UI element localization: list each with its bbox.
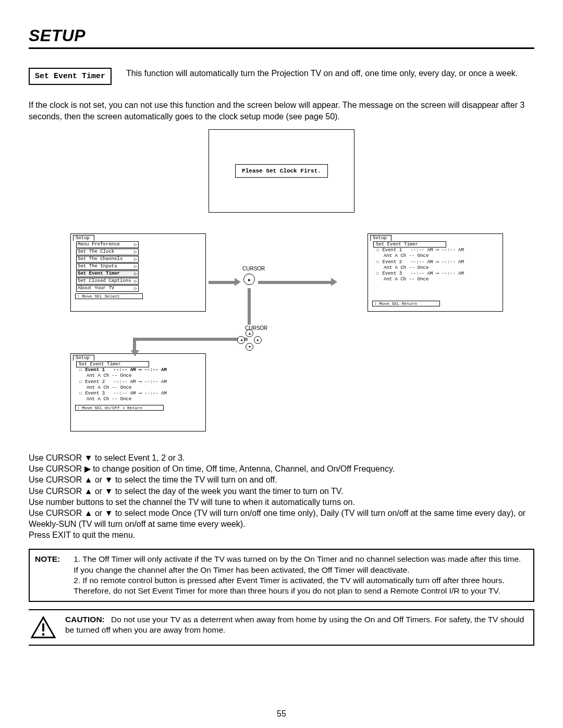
clock-warning-screen: Please Set Clock First. xyxy=(209,129,354,213)
instruction-line: Press EXIT to quit the menu. xyxy=(29,529,534,540)
setup-menu-screen: Setup Menu Preference▷Set The Clock▷Set … xyxy=(70,233,206,312)
menu-footer-hint: ↕ Move SEL On/Off ◂ Return xyxy=(75,405,164,411)
event-row: ☐Event 3--:-- AM ⟶ --:-- AM xyxy=(79,391,203,397)
clock-warning-message: Please Set Clock First. xyxy=(235,164,328,178)
instruction-line: Use number buttons to set the channel th… xyxy=(29,497,534,508)
instruction-line: Use CURSOR ▲ or ▼ to select mode Once (T… xyxy=(29,508,534,529)
event-subrow: Ant A Ch -- Once xyxy=(384,265,500,271)
menu-item: Set Event Timer▷ xyxy=(76,270,139,277)
event-subrow: Ant A Ch -- Once xyxy=(384,253,500,259)
note-label: NOTE: xyxy=(35,554,71,564)
caution-label: CAUTION: xyxy=(65,614,105,625)
tab-setup: Setup xyxy=(73,235,94,241)
subtab-set-event-timer: Set Event Timer xyxy=(76,361,149,367)
arrow-corner-icon xyxy=(133,338,248,350)
menu-item: Menu Preference▷ xyxy=(76,241,139,248)
cursor-label: CURSOR xyxy=(242,266,265,272)
menu-footer-hint: ↕ Move SEL Select xyxy=(75,293,143,299)
instruction-line: Use CURSOR ▶ to change position of On ti… xyxy=(29,463,534,474)
event-timer-edit-screen: Setup Set Event Timer ☐Event 1--:-- AM ⟶… xyxy=(70,353,206,431)
event-row: ☐Event 1--:-- AM ⟶ --:-- AM xyxy=(79,367,203,373)
page-title: SETUP xyxy=(29,26,534,49)
svg-point-2 xyxy=(42,633,45,636)
warning-triangle-icon xyxy=(29,614,58,640)
note-item: 1. The Off Timer will only activate if t… xyxy=(74,554,525,575)
event-timer-list-screen: Setup Set Event Timer ☐Event 1--:-- AM ⟶… xyxy=(368,233,503,312)
event-row: ☐Event 3--:-- AM ⟶ --:-- AM xyxy=(376,271,500,277)
arrow-down-icon xyxy=(247,288,252,325)
function-label-box: Set Event Timer xyxy=(29,68,112,85)
note-item: 2. If no remote control button is presse… xyxy=(74,575,525,597)
menu-footer-hint: ↕ Move SEL Return xyxy=(372,301,440,306)
cursor-pad-icon: ▴ ◂ ▸ ▾ xyxy=(238,331,261,348)
instruction-line: Use CURSOR ▲ or ▼ to select the time the… xyxy=(29,474,534,485)
menu-item: About Your TV▷ xyxy=(76,285,139,292)
event-row: ☐Event 1--:-- AM ⟶ --:-- AM xyxy=(376,248,500,253)
event-row: ☐Event 2--:-- AM ⟶ --:-- AM xyxy=(79,379,203,385)
cursor-right-button-icon: ▸ xyxy=(243,274,255,285)
function-description: This function will automatically turn th… xyxy=(126,68,518,79)
event-row: ☐Event 2--:-- AM ⟶ --:-- AM xyxy=(376,260,500,265)
arrow-right-icon xyxy=(209,279,240,284)
page-number: 55 xyxy=(0,709,563,719)
caution-text: Do not use your TV as a deterrent when a… xyxy=(65,615,524,634)
caution-box: CAUTION: Do not use your TV as a deterre… xyxy=(29,609,534,646)
clock-note-paragraph: If the clock is not set, you can not use… xyxy=(29,100,534,122)
event-subrow: Ant A Ch -- Once xyxy=(87,373,203,379)
tab-setup: Setup xyxy=(370,235,391,241)
note-box: NOTE: 1. The Off Timer will only activat… xyxy=(29,549,534,602)
instruction-line: Use CURSOR ▼ to select Event 1, 2 or 3. xyxy=(29,452,534,463)
instructions-block: Use CURSOR ▼ to select Event 1, 2 or 3.U… xyxy=(29,452,534,540)
instruction-line: Use CURSOR ▲ or ▼ to select the day of t… xyxy=(29,486,534,497)
event-subrow: Ant A Ch -- Once xyxy=(87,397,203,402)
menu-item: Set The Channels▷ xyxy=(76,256,139,263)
menu-item: Set The Clock▷ xyxy=(76,249,139,255)
arrow-right-icon xyxy=(258,279,336,284)
menu-item: Set Closed Captions▷ xyxy=(76,278,139,285)
menu-item: Set The Inputs▷ xyxy=(76,263,139,270)
event-subrow: Ant A Ch -- Once xyxy=(87,385,203,391)
event-subrow: Ant A Ch -- Once xyxy=(384,277,500,282)
navigation-diagram: Setup Menu Preference▷Set The Clock▷Set … xyxy=(29,233,534,442)
subtab-set-event-timer: Set Event Timer xyxy=(373,241,446,248)
tab-setup: Setup xyxy=(73,355,94,361)
